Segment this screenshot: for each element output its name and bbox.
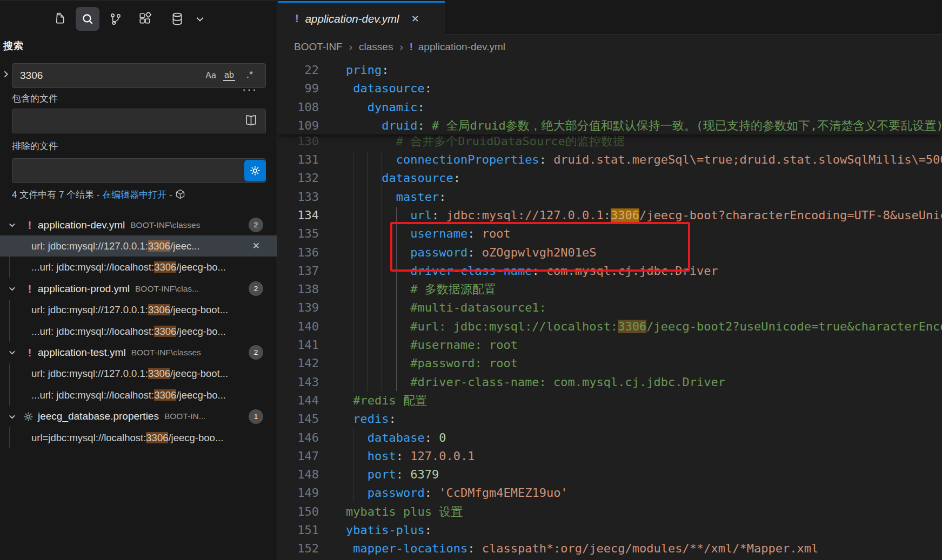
- line-content: master:: [346, 190, 446, 204]
- line-content: database: 0: [346, 431, 446, 444]
- code-line-147[interactable]: 147 host: 127.0.0.1: [277, 447, 942, 465]
- dismiss-match-icon[interactable]: ✕: [252, 240, 260, 252]
- line-number: 150: [277, 502, 319, 521]
- code-line-99[interactable]: 99 datasource:: [277, 79, 942, 98]
- line-content: dynamic:: [346, 100, 425, 114]
- chevron-down-icon[interactable]: [8, 348, 17, 357]
- match-text: ...url: jdbc:mysql://localhost:3306/jeec…: [31, 261, 277, 273]
- match-result-row[interactable]: url: jdbc:mysql://127.0.0.1:3306/jeecg-b…: [0, 363, 277, 384]
- line-content: #redis 配置: [346, 394, 427, 407]
- code-line-145[interactable]: 145 redis:: [277, 409, 942, 428]
- code-line-108[interactable]: 108 dynamic:: [277, 98, 942, 117]
- line-number: 141: [277, 335, 319, 354]
- code-line-133[interactable]: 133 master:: [277, 187, 942, 206]
- code-line-131[interactable]: 131 connectionProperties: druid.stat.mer…: [277, 150, 942, 169]
- code-line-139[interactable]: 139 #multi-datasource1:: [277, 298, 942, 317]
- line-content: password: oZOgpwlvgh2N01eS: [346, 246, 597, 259]
- file-result-row[interactable]: jeecg_database.propertiesBOOT-IN...1: [0, 406, 277, 427]
- code-line-141[interactable]: 141 #username: root: [277, 335, 942, 354]
- line-content: #multi-datasource1:: [346, 301, 546, 314]
- code-line-135[interactable]: 135 username: root: [277, 224, 942, 243]
- match-result-row[interactable]: ...url: jdbc:mysql://localhost:3306/jeec…: [0, 321, 277, 342]
- code-line-151[interactable]: 151ybatis-plus:: [277, 521, 942, 539]
- line-content: username: root: [346, 227, 511, 240]
- code-line-136[interactable]: 136 password: oZOgpwlvgh2N01eS: [277, 243, 942, 262]
- chevron-down-icon[interactable]: [8, 284, 17, 293]
- yaml-file-icon: !: [23, 282, 37, 295]
- file-name: application-dev.yml: [38, 219, 125, 231]
- file-path: BOOT-INF\classes: [130, 220, 249, 230]
- code-line-134[interactable]: 134 url: jdbc:mysql://127.0.0.1:3306/jee…: [277, 206, 942, 225]
- match-result-row[interactable]: ...url: jdbc:mysql://localhost:3306/jeec…: [0, 257, 277, 278]
- code-line-146[interactable]: 146 database: 0: [277, 428, 942, 447]
- line-content: password: 'CcDMfgm4EMEZ19uo': [346, 486, 568, 500]
- match-result-row[interactable]: url: jdbc:mysql://127.0.0.1:3306/jeecg-b…: [0, 300, 277, 321]
- line-number: 149: [277, 483, 319, 502]
- code-line-144[interactable]: 144 #redis 配置: [277, 391, 942, 410]
- line-content: connectionProperties: druid.stat.mergeSq…: [346, 153, 942, 166]
- tab-application-dev-yml[interactable]: ! application-dev.yml ✕: [278, 1, 445, 35]
- tab-close-icon[interactable]: ✕: [411, 13, 419, 25]
- line-number: 137: [277, 261, 319, 280]
- tree-indent-guide: [9, 363, 10, 406]
- line-content: redis:: [346, 412, 396, 426]
- line-content: datasource:: [346, 171, 460, 185]
- line-number: 140: [277, 317, 319, 336]
- code-editor[interactable]: 130 # 合并多个DruidDataSource的监控数据131 connec…: [277, 59, 942, 560]
- editor-indent-guide: [353, 428, 353, 502]
- breadcrumb-boot-inf[interactable]: BOOT-INF: [294, 41, 343, 53]
- line-content: #url: jdbc:mysql://localhost:3306/jeecg-…: [346, 320, 942, 333]
- code-line-132[interactable]: 132 datasource:: [277, 168, 942, 187]
- line-content: ybatis-plus:: [346, 523, 432, 537]
- line-content: pring:: [346, 63, 389, 77]
- match-text: url: jdbc:mysql://127.0.0.1:3306/jeecg-b…: [31, 304, 277, 316]
- line-content: port: 6379: [346, 468, 439, 481]
- line-content: url: jdbc:mysql://127.0.0.1:3306/jeecg-b…: [346, 208, 942, 222]
- line-number: 147: [277, 447, 319, 465]
- file-name: application-test.yml: [38, 347, 126, 359]
- match-result-row[interactable]: url: jdbc:mysql://127.0.0.1:3306/jeec...…: [0, 235, 277, 257]
- code-line-152[interactable]: 152 mapper-locations: classpath*:org/jee…: [277, 539, 942, 558]
- line-number: 109: [277, 116, 319, 135]
- line-content: #password: root: [346, 356, 518, 370]
- line-number: 148: [277, 465, 319, 484]
- line-number: 139: [277, 298, 319, 317]
- line-content: #username: root: [346, 338, 518, 352]
- file-result-row[interactable]: !application-test.ymlBOOT-INF\classes2: [0, 342, 277, 363]
- file-path: BOOT-INF\clas...: [135, 284, 249, 294]
- file-result-row[interactable]: !application-prod.ymlBOOT-INF\clas...2: [0, 278, 277, 299]
- match-result-row[interactable]: ...url: jdbc:mysql://localhost:3306/jeec…: [0, 384, 277, 406]
- line-number: 138: [277, 280, 319, 299]
- code-line-150[interactable]: 150mybatis plus 设置: [277, 502, 942, 521]
- search-results-tree: !application-dev.ymlBOOT-INF\classes2url…: [0, 1, 277, 560]
- code-line-148[interactable]: 148 port: 6379: [277, 465, 942, 484]
- breadcrumb-filename[interactable]: application-dev.yml: [418, 41, 505, 53]
- line-content: mybatis plus 设置: [346, 505, 463, 518]
- breadcrumb-classes[interactable]: classes: [359, 41, 393, 53]
- code-line-142[interactable]: 142 #password: root: [277, 354, 942, 373]
- code-line-22[interactable]: 22pring:: [277, 60, 942, 79]
- line-number: 152: [277, 539, 319, 558]
- tab-title: application-dev.yml: [305, 12, 399, 25]
- code-line-149[interactable]: 149 password: 'CcDMfgm4EMEZ19uo': [277, 483, 942, 502]
- code-line-140[interactable]: 140 #url: jdbc:mysql://localhost:3306/je…: [277, 317, 942, 336]
- file-result-row[interactable]: !application-dev.ymlBOOT-INF\classes2: [0, 214, 277, 235]
- match-count-badge: 2: [249, 345, 263, 360]
- code-line-138[interactable]: 138 # 多数据源配置: [277, 280, 942, 299]
- chevron-down-icon[interactable]: [8, 412, 17, 421]
- line-content: #driver-class-name: com.mysql.cj.jdbc.Dr…: [346, 375, 725, 389]
- code-line-109[interactable]: 109 druid: # 全局druid参数，绝大部分值和默认保持一致。(现已支…: [277, 116, 942, 135]
- sticky-scroll: 22pring:99 datasource:108 dynamic:109 dr…: [277, 59, 942, 134]
- code-line-143[interactable]: 143 #driver-class-name: com.mysql.cj.jdb…: [277, 373, 942, 392]
- match-text: url: jdbc:mysql://127.0.0.1:3306/jeecg-b…: [31, 368, 277, 380]
- code-line-153[interactable]: 153 global-config:: [277, 558, 942, 560]
- line-number: 143: [277, 373, 319, 392]
- line-content: # 合并多个DruidDataSource的监控数据: [346, 134, 625, 148]
- chevron-down-icon[interactable]: [8, 220, 17, 230]
- line-number: 132: [277, 168, 319, 187]
- match-result-row[interactable]: url=jdbc:mysql://localhost:3306/jeecg-bo…: [0, 427, 277, 448]
- file-name: application-prod.yml: [38, 283, 130, 295]
- line-number: 131: [277, 150, 319, 169]
- code-line-137[interactable]: 137 driver-class-name: com.mysql.cj.jdbc…: [277, 261, 942, 280]
- line-number: 145: [277, 409, 319, 428]
